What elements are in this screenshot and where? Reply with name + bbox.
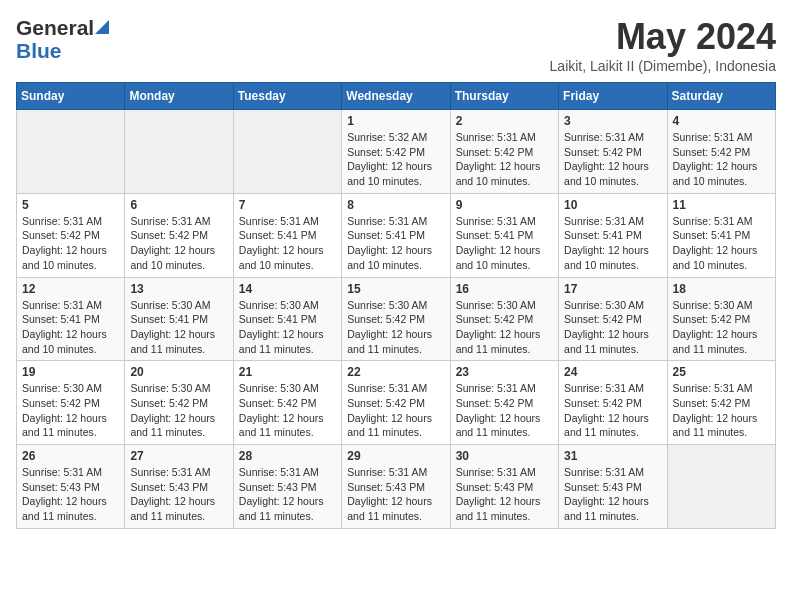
day-number: 30 — [456, 449, 553, 463]
day-number: 4 — [673, 114, 770, 128]
day-number: 21 — [239, 365, 336, 379]
day-info: Sunrise: 5:30 AMSunset: 5:41 PMDaylight:… — [239, 298, 336, 357]
calendar-week-row: 5Sunrise: 5:31 AMSunset: 5:42 PMDaylight… — [17, 193, 776, 277]
day-info: Sunrise: 5:31 AMSunset: 5:41 PMDaylight:… — [456, 214, 553, 273]
day-number: 7 — [239, 198, 336, 212]
day-info: Sunrise: 5:31 AMSunset: 5:42 PMDaylight:… — [22, 214, 119, 273]
day-number: 6 — [130, 198, 227, 212]
day-info: Sunrise: 5:31 AMSunset: 5:42 PMDaylight:… — [673, 381, 770, 440]
calendar-cell: 10Sunrise: 5:31 AMSunset: 5:41 PMDayligh… — [559, 193, 667, 277]
logo-triangle-icon — [95, 20, 109, 38]
day-info: Sunrise: 5:31 AMSunset: 5:41 PMDaylight:… — [673, 214, 770, 273]
calendar-cell: 1Sunrise: 5:32 AMSunset: 5:42 PMDaylight… — [342, 110, 450, 194]
calendar-cell: 25Sunrise: 5:31 AMSunset: 5:42 PMDayligh… — [667, 361, 775, 445]
day-number: 9 — [456, 198, 553, 212]
calendar-cell: 17Sunrise: 5:30 AMSunset: 5:42 PMDayligh… — [559, 277, 667, 361]
calendar-cell: 15Sunrise: 5:30 AMSunset: 5:42 PMDayligh… — [342, 277, 450, 361]
calendar-cell: 3Sunrise: 5:31 AMSunset: 5:42 PMDaylight… — [559, 110, 667, 194]
calendar-cell: 6Sunrise: 5:31 AMSunset: 5:42 PMDaylight… — [125, 193, 233, 277]
day-info: Sunrise: 5:31 AMSunset: 5:42 PMDaylight:… — [564, 130, 661, 189]
day-info: Sunrise: 5:31 AMSunset: 5:41 PMDaylight:… — [22, 298, 119, 357]
weekday-header-sunday: Sunday — [17, 83, 125, 110]
day-number: 27 — [130, 449, 227, 463]
calendar-cell: 18Sunrise: 5:30 AMSunset: 5:42 PMDayligh… — [667, 277, 775, 361]
calendar-cell — [17, 110, 125, 194]
day-number: 3 — [564, 114, 661, 128]
day-info: Sunrise: 5:31 AMSunset: 5:42 PMDaylight:… — [130, 214, 227, 273]
calendar-cell — [125, 110, 233, 194]
weekday-header-saturday: Saturday — [667, 83, 775, 110]
day-number: 20 — [130, 365, 227, 379]
calendar-cell: 23Sunrise: 5:31 AMSunset: 5:42 PMDayligh… — [450, 361, 558, 445]
day-number: 16 — [456, 282, 553, 296]
day-number: 15 — [347, 282, 444, 296]
weekday-header-tuesday: Tuesday — [233, 83, 341, 110]
day-info: Sunrise: 5:31 AMSunset: 5:42 PMDaylight:… — [347, 381, 444, 440]
day-info: Sunrise: 5:31 AMSunset: 5:43 PMDaylight:… — [564, 465, 661, 524]
calendar-table: SundayMondayTuesdayWednesdayThursdayFrid… — [16, 82, 776, 529]
day-number: 5 — [22, 198, 119, 212]
calendar-cell — [233, 110, 341, 194]
day-number: 19 — [22, 365, 119, 379]
day-info: Sunrise: 5:31 AMSunset: 5:42 PMDaylight:… — [456, 130, 553, 189]
calendar-cell: 19Sunrise: 5:30 AMSunset: 5:42 PMDayligh… — [17, 361, 125, 445]
calendar-cell: 14Sunrise: 5:30 AMSunset: 5:41 PMDayligh… — [233, 277, 341, 361]
day-number: 10 — [564, 198, 661, 212]
day-info: Sunrise: 5:31 AMSunset: 5:41 PMDaylight:… — [239, 214, 336, 273]
day-number: 13 — [130, 282, 227, 296]
day-info: Sunrise: 5:30 AMSunset: 5:42 PMDaylight:… — [239, 381, 336, 440]
calendar-cell: 31Sunrise: 5:31 AMSunset: 5:43 PMDayligh… — [559, 445, 667, 529]
day-number: 1 — [347, 114, 444, 128]
day-info: Sunrise: 5:31 AMSunset: 5:43 PMDaylight:… — [347, 465, 444, 524]
day-number: 24 — [564, 365, 661, 379]
day-number: 31 — [564, 449, 661, 463]
calendar-week-row: 26Sunrise: 5:31 AMSunset: 5:43 PMDayligh… — [17, 445, 776, 529]
svg-marker-0 — [95, 20, 109, 34]
day-number: 11 — [673, 198, 770, 212]
calendar-cell: 27Sunrise: 5:31 AMSunset: 5:43 PMDayligh… — [125, 445, 233, 529]
day-number: 28 — [239, 449, 336, 463]
day-number: 17 — [564, 282, 661, 296]
logo-blue: Blue — [16, 39, 109, 62]
day-info: Sunrise: 5:30 AMSunset: 5:41 PMDaylight:… — [130, 298, 227, 357]
calendar-week-row: 1Sunrise: 5:32 AMSunset: 5:42 PMDaylight… — [17, 110, 776, 194]
day-info: Sunrise: 5:31 AMSunset: 5:43 PMDaylight:… — [22, 465, 119, 524]
day-info: Sunrise: 5:30 AMSunset: 5:42 PMDaylight:… — [130, 381, 227, 440]
day-info: Sunrise: 5:30 AMSunset: 5:42 PMDaylight:… — [456, 298, 553, 357]
day-info: Sunrise: 5:31 AMSunset: 5:43 PMDaylight:… — [130, 465, 227, 524]
weekday-header-friday: Friday — [559, 83, 667, 110]
day-info: Sunrise: 5:31 AMSunset: 5:41 PMDaylight:… — [564, 214, 661, 273]
calendar-header-row: SundayMondayTuesdayWednesdayThursdayFrid… — [17, 83, 776, 110]
calendar-cell: 22Sunrise: 5:31 AMSunset: 5:42 PMDayligh… — [342, 361, 450, 445]
logo: General Blue — [16, 16, 109, 62]
day-number: 29 — [347, 449, 444, 463]
day-number: 25 — [673, 365, 770, 379]
day-number: 12 — [22, 282, 119, 296]
day-info: Sunrise: 5:32 AMSunset: 5:42 PMDaylight:… — [347, 130, 444, 189]
location-subtitle: Laikit, Laikit II (Dimembe), Indonesia — [550, 58, 776, 74]
day-number: 23 — [456, 365, 553, 379]
day-info: Sunrise: 5:30 AMSunset: 5:42 PMDaylight:… — [564, 298, 661, 357]
day-info: Sunrise: 5:30 AMSunset: 5:42 PMDaylight:… — [347, 298, 444, 357]
day-info: Sunrise: 5:30 AMSunset: 5:42 PMDaylight:… — [22, 381, 119, 440]
day-number: 8 — [347, 198, 444, 212]
logo-general: General — [16, 16, 94, 39]
calendar-cell: 7Sunrise: 5:31 AMSunset: 5:41 PMDaylight… — [233, 193, 341, 277]
calendar-cell: 26Sunrise: 5:31 AMSunset: 5:43 PMDayligh… — [17, 445, 125, 529]
page-title: May 2024 — [550, 16, 776, 58]
day-info: Sunrise: 5:31 AMSunset: 5:42 PMDaylight:… — [673, 130, 770, 189]
calendar-week-row: 12Sunrise: 5:31 AMSunset: 5:41 PMDayligh… — [17, 277, 776, 361]
calendar-cell: 12Sunrise: 5:31 AMSunset: 5:41 PMDayligh… — [17, 277, 125, 361]
calendar-cell: 4Sunrise: 5:31 AMSunset: 5:42 PMDaylight… — [667, 110, 775, 194]
calendar-cell: 30Sunrise: 5:31 AMSunset: 5:43 PMDayligh… — [450, 445, 558, 529]
day-info: Sunrise: 5:31 AMSunset: 5:43 PMDaylight:… — [239, 465, 336, 524]
calendar-cell: 28Sunrise: 5:31 AMSunset: 5:43 PMDayligh… — [233, 445, 341, 529]
calendar-cell — [667, 445, 775, 529]
day-number: 14 — [239, 282, 336, 296]
calendar-cell: 29Sunrise: 5:31 AMSunset: 5:43 PMDayligh… — [342, 445, 450, 529]
weekday-header-monday: Monday — [125, 83, 233, 110]
day-number: 18 — [673, 282, 770, 296]
calendar-cell: 16Sunrise: 5:30 AMSunset: 5:42 PMDayligh… — [450, 277, 558, 361]
day-info: Sunrise: 5:31 AMSunset: 5:42 PMDaylight:… — [456, 381, 553, 440]
day-number: 22 — [347, 365, 444, 379]
